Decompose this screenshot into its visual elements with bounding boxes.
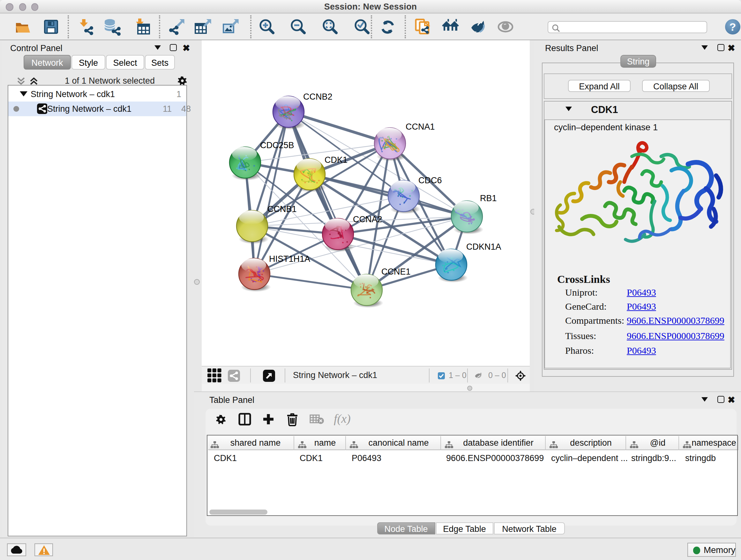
- svg-text:CDKN1A: CDKN1A: [466, 242, 501, 252]
- svg-text:CCNE1: CCNE1: [381, 267, 411, 276]
- svg-text:CCNA1: CCNA1: [406, 122, 435, 132]
- svg-text:HIST1H1A: HIST1H1A: [269, 254, 310, 264]
- svg-text:CDC25B: CDC25B: [260, 140, 294, 150]
- svg-text:CDC6: CDC6: [418, 176, 442, 185]
- svg-text:CCNB1: CCNB1: [267, 204, 297, 214]
- svg-text:RB1: RB1: [480, 193, 497, 203]
- svg-text:CCNB2: CCNB2: [303, 92, 333, 102]
- svg-text:?: ?: [730, 21, 736, 33]
- svg-text:CCNA2: CCNA2: [353, 214, 382, 224]
- svg-text:CDK1: CDK1: [325, 155, 347, 165]
